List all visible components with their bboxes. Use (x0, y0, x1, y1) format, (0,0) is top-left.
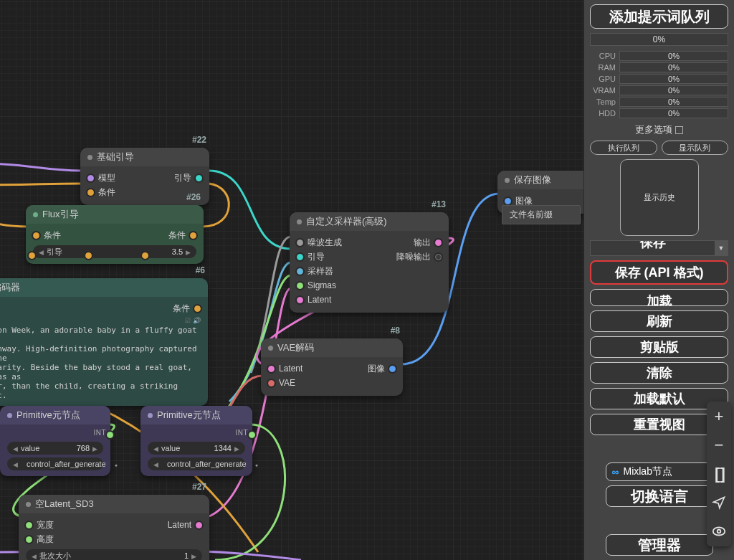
plus-icon[interactable]: + (707, 406, 731, 427)
clear-button[interactable]: 清除 (590, 362, 728, 384)
prompt-text[interactable]: s Fashion Week, an adorable baby in a fl… (0, 326, 201, 400)
node-vae-decode[interactable]: #8 VAE解码 Latent 图像 VAE (261, 338, 403, 396)
node-id: #26 (186, 192, 201, 202)
port-out[interactable] (107, 432, 113, 438)
fold-handle[interactable] (85, 252, 92, 259)
node-title: 自定义采样器(高级) (306, 212, 387, 231)
widget-control[interactable]: control_after_generate (148, 457, 245, 470)
exec-queue-button[interactable]: 执行队列 (590, 141, 657, 155)
node-id: #22 (192, 135, 206, 145)
node-title: 空Latent_SD3 (35, 495, 94, 513)
more-options[interactable]: 更多选项 (590, 123, 728, 136)
node-title: 基础引导 (97, 148, 134, 166)
svg-point-0 (713, 528, 725, 536)
fold-handle[interactable] (142, 252, 148, 259)
node-title: Primitive元节点 (157, 406, 221, 424)
field-filename-prefix[interactable]: 文件名前缀 (502, 205, 581, 224)
switch-language-button[interactable]: 切换语言 (606, 485, 713, 507)
show-queue-button[interactable]: 显示队列 (662, 141, 729, 155)
save-api-button[interactable]: 保存 (API 格式) (590, 260, 728, 285)
chevron-down-icon: ▼ (715, 241, 728, 255)
node-title: Primitive元节点 (16, 406, 80, 424)
show-history-button[interactable]: 显示历史 (620, 159, 699, 236)
load-button[interactable]: 加载 (590, 289, 728, 306)
minus-icon[interactable]: − (707, 435, 731, 456)
node-text-encoder[interactable]: #6 文本编码器 条件 ☑ 🔊 s Fashion Week, an adora… (0, 278, 208, 406)
node-primitive-b[interactable]: Primitive元节点 INT value 1344 control_afte… (140, 406, 252, 476)
clipboard-button[interactable]: 剪贴版 (590, 336, 728, 358)
node-id: #8 (391, 326, 400, 336)
floating-toolbar: + − [ ] (707, 402, 731, 546)
node-id: #13 (432, 199, 446, 209)
port-out[interactable] (249, 432, 255, 438)
node-custom-sampler[interactable]: #13 自定义采样器(高级) 噪波生成 输出 引导 降噪输出 采样器 Sigma… (290, 212, 449, 313)
type-tag: INT (93, 429, 106, 437)
fullscreen-icon[interactable]: [ ] (707, 463, 731, 485)
widget-batch[interactable]: 批次大小 1 (26, 549, 202, 560)
eye-icon[interactable] (707, 521, 731, 542)
node-empty-latent[interactable]: #27 空Latent_SD3 宽度 Latent 高度 批次大小 1 (19, 495, 209, 560)
queue-prompt-button[interactable]: 添加提示词队列 (590, 4, 728, 29)
widget-value[interactable]: value 1344 (148, 442, 245, 455)
node-title: 文本编码器 (0, 278, 20, 297)
node-title: Flux引导 (42, 205, 79, 224)
node-title: VAE解码 (277, 338, 314, 357)
refresh-button[interactable]: 刷新 (590, 310, 728, 332)
system-stats: CPU0% RAM0% GPU0% VRAM0% Temp0% HDD0% (590, 50, 728, 119)
node-title: 保存图像 (514, 171, 551, 189)
node-primitive-a[interactable]: Primitive元节点 INT value 768 control_after… (0, 406, 110, 476)
progress-bar: 0% (590, 33, 728, 46)
locate-icon[interactable] (707, 492, 731, 513)
save-dropdown[interactable]: 保存 ▼ (590, 240, 728, 256)
svg-point-1 (718, 530, 721, 533)
fold-handle[interactable] (29, 252, 35, 259)
type-tag: INT (235, 429, 248, 437)
checkbox-icon[interactable] (675, 126, 683, 134)
mixlab-button[interactable]: ∞ Mixlab节点 (606, 462, 713, 481)
manager-button[interactable]: 管理器 (606, 534, 713, 556)
widget-value[interactable]: value 768 (7, 442, 103, 455)
node-header-icons: ☑ 🔊 (185, 317, 201, 324)
node-id: #6 (196, 265, 205, 275)
infinity-icon: ∞ (612, 466, 619, 478)
node-id: #27 (192, 482, 206, 492)
widget-control[interactable]: control_after_generate (7, 457, 103, 470)
